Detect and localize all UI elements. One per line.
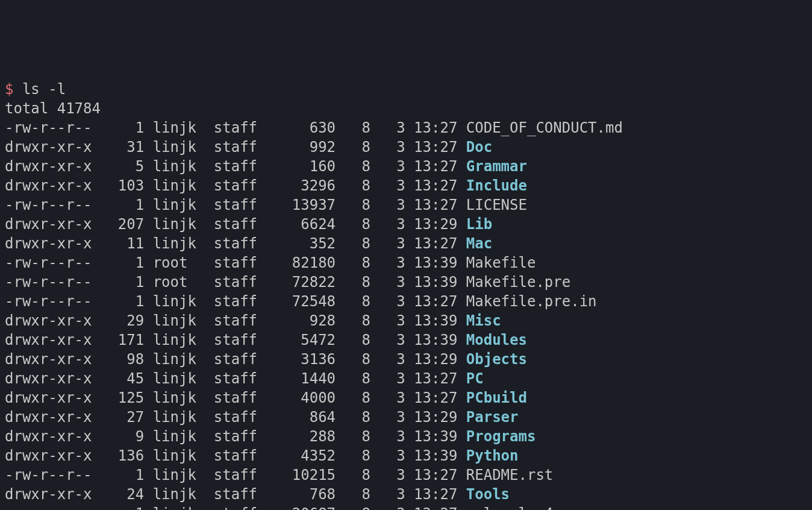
file-name: Modules — [466, 332, 527, 348]
file-name: Misc — [466, 312, 501, 329]
file-name: README.rst — [466, 467, 554, 483]
file-name: Parser — [466, 409, 519, 426]
file-row: -rw-r--r-- 1 root staff 72822 8 3 13:39 … — [5, 272, 807, 292]
file-name: Doc — [466, 139, 492, 156]
file-name: Include — [466, 177, 527, 194]
file-row: drwxr-xr-x 103 linjk staff 3296 8 3 13:2… — [5, 176, 807, 195]
file-row: drwxr-xr-x 29 linjk staff 928 8 3 13:39 … — [5, 311, 807, 330]
file-row: -rw-r--r-- 1 linjk staff 20687 8 3 13:27… — [5, 504, 807, 510]
file-row: drwxr-xr-x 45 linjk staff 1440 8 3 13:27… — [5, 369, 807, 388]
file-row: drwxr-xr-x 27 linjk staff 864 8 3 13:29 … — [5, 408, 807, 427]
command-text: ls -l — [22, 81, 66, 98]
file-name: Tools — [466, 486, 510, 503]
prompt-symbol: $ — [5, 81, 13, 98]
file-row: drwxr-xr-x 31 linjk staff 992 8 3 13:27 … — [5, 137, 807, 157]
file-row: drwxr-xr-x 9 linjk staff 288 8 3 13:39 P… — [5, 427, 807, 446]
file-row: drwxr-xr-x 207 linjk staff 6624 8 3 13:2… — [5, 215, 807, 234]
file-name: CODE_OF_CONDUCT.md — [466, 119, 623, 136]
file-name: Grammar — [466, 158, 527, 175]
file-name: Objects — [466, 351, 527, 368]
file-name: Programs — [466, 428, 536, 445]
file-row: drwxr-xr-x 125 linjk staff 4000 8 3 13:2… — [5, 388, 807, 408]
file-row: drwxr-xr-x 98 linjk staff 3136 8 3 13:29… — [5, 350, 807, 369]
total-line: total 41784 — [5, 99, 807, 118]
file-row: -rw-r--r-- 1 linjk staff 13937 8 3 13:27… — [5, 195, 807, 215]
file-row: -rw-r--r-- 1 linjk staff 72548 8 3 13:27… — [5, 292, 807, 311]
file-name: PCbuild — [466, 389, 527, 406]
file-row: drwxr-xr-x 24 linjk staff 768 8 3 13:27 … — [5, 485, 807, 504]
file-name: Makefile — [466, 254, 536, 271]
file-name: Mac — [466, 235, 492, 252]
file-row: -rw-r--r-- 1 linjk staff 630 8 3 13:27 C… — [5, 118, 807, 137]
file-name: aclocal.m4 — [466, 505, 554, 510]
file-name: PC — [466, 370, 484, 387]
file-name: Lib — [466, 216, 492, 233]
terminal-output[interactable]: $ ls -ltotal 41784-rw-r--r-- 1 linjk sta… — [5, 80, 807, 510]
file-name: Makefile.pre.in — [466, 293, 597, 310]
file-listing: -rw-r--r-- 1 linjk staff 630 8 3 13:27 C… — [5, 118, 807, 510]
command-line: $ ls -l — [5, 80, 807, 99]
file-row: -rw-r--r-- 1 root staff 82180 8 3 13:39 … — [5, 253, 807, 272]
file-row: drwxr-xr-x 171 linjk staff 5472 8 3 13:3… — [5, 330, 807, 350]
file-row: drwxr-xr-x 11 linjk staff 352 8 3 13:27 … — [5, 234, 807, 253]
file-name: LICENSE — [466, 197, 527, 213]
file-name: Makefile.pre — [466, 274, 570, 291]
file-row: drwxr-xr-x 136 linjk staff 4352 8 3 13:3… — [5, 446, 807, 465]
file-row: drwxr-xr-x 5 linjk staff 160 8 3 13:27 G… — [5, 157, 807, 176]
file-name: Python — [466, 447, 519, 464]
file-row: -rw-r--r-- 1 linjk staff 10215 8 3 13:27… — [5, 465, 807, 485]
